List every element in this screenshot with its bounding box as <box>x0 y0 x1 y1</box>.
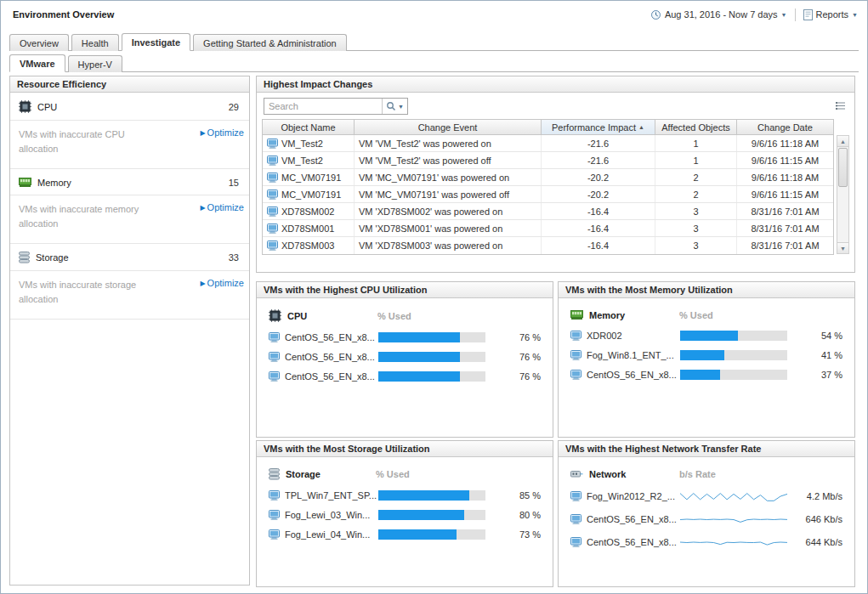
performance-impact: -20.2 <box>542 186 655 202</box>
reports-dropdown-icon[interactable]: ▼ <box>852 12 858 18</box>
performance-impact: -16.4 <box>542 203 655 219</box>
table-vertical-scrollbar[interactable]: ▲ ▼ <box>837 135 849 254</box>
cpu-icon <box>19 100 31 113</box>
tab-health[interactable]: Health <box>71 34 119 51</box>
table-row[interactable]: VM_Test2 VM 'VM_Test2' was powered off -… <box>263 152 833 169</box>
column-header-change-date[interactable]: Change Date <box>737 120 833 134</box>
vm-icon <box>267 206 278 217</box>
network-sparkline <box>680 489 787 503</box>
change-event: VM 'XD78SM001' was powered on <box>355 220 542 236</box>
table-row[interactable]: XD78SM002 VM 'XD78SM002' was powered on … <box>263 203 833 220</box>
highest-impact-changes-panel: Highest Impact Changes ▼ Object Name Cha… <box>256 76 855 273</box>
object-name: VM_Test2 <box>281 156 323 166</box>
network-sparkline <box>680 512 787 526</box>
main-tab-bar: Overview Health Investigate Getting Star… <box>9 31 859 51</box>
optimize-link-memory[interactable]: ▶ Optimize <box>200 202 244 212</box>
optimize-arrow-icon: ▶ <box>200 129 205 137</box>
object-name: MC_VM07191 <box>281 190 341 200</box>
optimize-label: Optimize <box>207 127 244 138</box>
vm-icon <box>269 332 280 342</box>
column-header-object-name[interactable]: Object Name <box>263 120 355 134</box>
hint-text: VMs with inaccurate memory allocation <box>19 202 146 231</box>
vm-utilization-row[interactable]: CentOS_56_EN_x8... 37 % <box>559 365 854 384</box>
metric-label: % Used <box>376 469 410 479</box>
utilization-value: 41 % <box>794 350 842 360</box>
time-range-dropdown-icon[interactable]: ▼ <box>781 12 787 18</box>
optimize-link-storage[interactable]: ▶ Optimize <box>200 278 244 288</box>
table-row[interactable]: VM_Test2 VM 'VM_Test2' was powered on -2… <box>263 135 833 152</box>
vm-icon <box>267 139 278 149</box>
storage-utilization-panel: VMs with the Most Storage Utilization St… <box>256 440 553 587</box>
search-options[interactable]: ▼ <box>382 99 407 114</box>
table-row[interactable]: MC_VM07191 VM 'MC_VM07191' was powered o… <box>263 186 833 203</box>
vm-utilization-row[interactable]: CentOS_56_EN_x8... 76 % <box>257 366 553 386</box>
object-name: XD78SM002 <box>281 206 334 217</box>
table-row[interactable]: XD78SM001 VM 'XD78SM001' was powered on … <box>263 220 833 237</box>
table-row[interactable]: XD78SM003 VM 'XD78SM003' was powered on … <box>263 237 833 254</box>
column-header-affected-objects[interactable]: Affected Objects <box>655 120 737 134</box>
vm-utilization-row[interactable]: CentOS_56_EN_x8... 76 % <box>257 327 553 347</box>
utilization-bar <box>680 370 787 380</box>
vm-icon <box>570 370 582 380</box>
search-input[interactable] <box>264 101 382 111</box>
transfer-rate-value: 4.2 Mb/s <box>794 491 842 501</box>
metric-label: b/s Rate <box>679 469 716 479</box>
resource-hint-cpu: VMs with inaccurate CPU allocation ▶ Opt… <box>10 121 249 169</box>
report-icon <box>803 9 813 20</box>
vm-utilization-row[interactable]: XDR002 54 % <box>559 325 854 345</box>
vm-name: Fog_Lewi_04_Win... <box>285 529 378 540</box>
change-date: 8/31/16 7:01 AM <box>737 203 833 219</box>
vm-utilization-row[interactable]: TPL_Win7_ENT_SP... 85 % <box>257 485 553 505</box>
top-bar: Environment Overview Aug 31, 2016 - Now … <box>1 1 867 28</box>
tab-vmware[interactable]: VMware <box>9 54 65 72</box>
vm-utilization-row[interactable]: Fog_Win8.1_ENT_... 41 % <box>559 345 854 365</box>
object-name: MC_VM07191 <box>281 173 341 183</box>
tab-overview[interactable]: Overview <box>9 34 69 51</box>
vm-utilization-row[interactable]: Fog_Lewi_03_Win... 80 % <box>257 505 553 524</box>
vm-utilization-row[interactable]: CentOS_56_EN_x8... 76 % <box>257 347 553 366</box>
column-header-change-event[interactable]: Change Event <box>355 120 542 134</box>
vm-name: XDR002 <box>587 331 680 341</box>
tab-hyper-v[interactable]: Hyper-V <box>68 55 122 72</box>
change-date: 9/6/16 11:18 AM <box>737 169 833 185</box>
affected-objects: 3 <box>655 220 737 236</box>
scrollbar-thumb[interactable] <box>838 148 848 187</box>
time-range-control[interactable]: Aug 31, 2016 - Now 7 days ▼ <box>648 8 790 21</box>
vm-network-row[interactable]: Fog_Win2012_R2_... 4.2 Mb/s <box>559 484 854 507</box>
network-transfer-title: VMs with the Highest Network Transfer Ra… <box>559 441 854 457</box>
resource-name: Memory <box>37 178 71 188</box>
resource-name: Storage <box>36 252 69 263</box>
table-customizer-icon[interactable] <box>833 99 848 114</box>
optimize-arrow-icon: ▶ <box>200 280 205 287</box>
cpu-icon <box>269 309 281 322</box>
object-name: VM_Test2 <box>281 139 323 149</box>
change-date: 9/6/16 11:15 AM <box>737 152 833 168</box>
tab-investigate[interactable]: Investigate <box>122 33 190 51</box>
resource-label: Network <box>589 469 679 479</box>
table-row[interactable]: MC_VM07191 VM 'MC_VM07191' was powered o… <box>263 169 833 186</box>
search-icon[interactable] <box>386 101 396 111</box>
optimize-link-cpu[interactable]: ▶ Optimize <box>200 127 244 138</box>
scroll-down-icon[interactable]: ▼ <box>837 242 848 253</box>
vm-icon <box>570 514 582 524</box>
change-date: 9/6/16 11:18 AM <box>737 135 833 151</box>
change-event: VM 'VM_Test2' was powered on <box>355 135 542 151</box>
utilization-value: 80 % <box>492 510 541 520</box>
search-dropdown-icon[interactable]: ▼ <box>398 104 404 110</box>
tab-getting-started-administration[interactable]: Getting Started & Administration <box>193 34 347 51</box>
vm-name: CentOS_56_EN_x8... <box>587 370 680 380</box>
network-transfer-panel: VMs with the Highest Network Transfer Ra… <box>558 440 855 587</box>
column-header-performance-impact[interactable]: Performance Impact ▲ <box>542 120 655 134</box>
change-event: VM 'MC_VM07191' was powered off <box>355 186 542 202</box>
transfer-rate-value: 644 Kb/s <box>794 537 842 547</box>
utilization-bar <box>680 350 787 360</box>
vm-icon <box>570 491 582 501</box>
impact-table-header: Object Name Change Event Performance Imp… <box>263 120 833 135</box>
vm-network-row[interactable]: CentOS_56_EN_x8... 646 Kb/s <box>559 507 854 530</box>
cpu-panel-header: CPU % Used <box>257 298 553 327</box>
metric-label: % Used <box>679 310 713 320</box>
scroll-up-icon[interactable]: ▲ <box>837 136 848 147</box>
vm-network-row[interactable]: CentOS_56_EN_x8... 644 Kb/s <box>559 530 854 553</box>
vm-utilization-row[interactable]: Fog_Lewi_04_Win... 73 % <box>257 524 553 544</box>
reports-button[interactable]: Reports ▼ <box>801 8 860 21</box>
